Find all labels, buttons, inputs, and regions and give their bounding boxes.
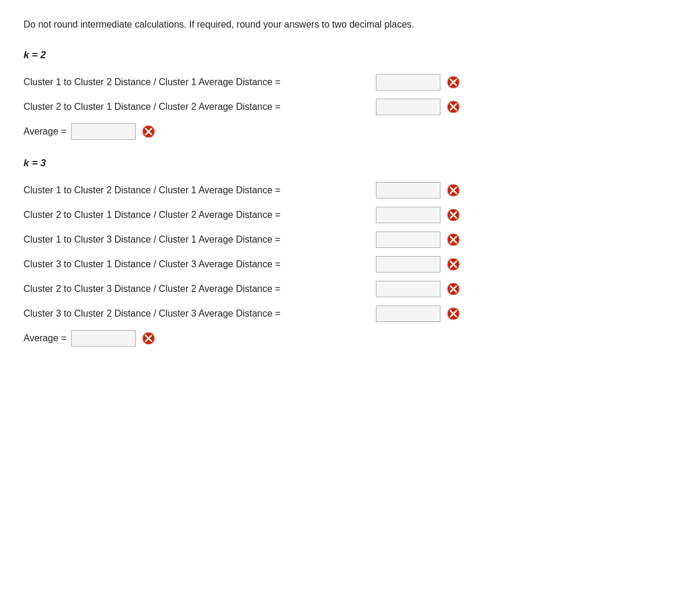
k3-clear-icon-3 — [446, 233, 460, 247]
k3-average-label: Average = — [23, 333, 66, 344]
k3-row-label-2: Cluster 2 to Cluster 1 Distance / Cluste… — [23, 210, 376, 220]
k3-clear-button-2[interactable] — [445, 207, 462, 223]
k3-row-3: Cluster 1 to Cluster 3 Distance / Cluste… — [23, 231, 677, 248]
k2-average-row: Average = — [23, 123, 677, 140]
k3-title: k = 3 — [23, 157, 677, 169]
k3-row-5: Cluster 2 to Cluster 3 Distance / Cluste… — [23, 281, 677, 297]
k3-row-2: Cluster 2 to Cluster 1 Distance / Cluste… — [23, 207, 677, 223]
k2-average-label: Average = — [23, 126, 66, 137]
k3-average-clear-button[interactable] — [140, 330, 157, 347]
k2-clear-icon-1 — [446, 75, 460, 89]
k2-clear-button-1[interactable] — [445, 74, 462, 90]
k3-input-2[interactable] — [376, 207, 440, 223]
k3-clear-button-5[interactable] — [445, 281, 462, 297]
k3-input-5[interactable] — [376, 281, 440, 297]
k3-average-row: Average = — [23, 330, 677, 347]
k3-row-label-6: Cluster 3 to Cluster 2 Distance / Cluste… — [23, 308, 376, 319]
k2-clear-icon-2 — [446, 100, 460, 114]
k2-rows: Cluster 1 to Cluster 2 Distance / Cluste… — [23, 74, 677, 115]
k3-input-4[interactable] — [376, 256, 440, 273]
k3-average-input[interactable] — [71, 330, 136, 347]
k3-input-3[interactable] — [376, 231, 440, 248]
k3-clear-icon-5 — [446, 282, 460, 296]
k3-row-label-5: Cluster 2 to Cluster 3 Distance / Cluste… — [23, 284, 376, 294]
k2-row-label-1: Cluster 1 to Cluster 2 Distance / Cluste… — [23, 77, 376, 88]
k3-clear-icon-6 — [446, 307, 460, 321]
k3-row-label-3: Cluster 1 to Cluster 3 Distance / Cluste… — [23, 234, 376, 245]
k3-input-6[interactable] — [376, 305, 440, 322]
k3-row-label-4: Cluster 3 to Cluster 1 Distance / Cluste… — [23, 259, 376, 270]
k2-input-1[interactable] — [376, 74, 440, 90]
k3-rows: Cluster 1 to Cluster 2 Distance / Cluste… — [23, 182, 677, 322]
k3-clear-icon-4 — [446, 257, 460, 271]
k2-row-1: Cluster 1 to Cluster 2 Distance / Cluste… — [23, 74, 677, 90]
k3-clear-icon-1 — [446, 183, 460, 197]
k3-section: k = 3 Cluster 1 to Cluster 2 Distance / … — [23, 157, 677, 347]
k3-clear-button-4[interactable] — [445, 256, 462, 273]
k3-clear-button-1[interactable] — [445, 182, 462, 199]
k3-clear-button-3[interactable] — [445, 231, 462, 248]
k2-average-clear-button[interactable] — [140, 123, 157, 140]
k2-average-input[interactable] — [71, 123, 136, 140]
k3-row-6: Cluster 3 to Cluster 2 Distance / Cluste… — [23, 305, 677, 322]
k2-input-2[interactable] — [376, 99, 440, 115]
k2-title: k = 2 — [23, 49, 677, 61]
k2-row-label-2: Cluster 2 to Cluster 1 Distance / Cluste… — [23, 102, 376, 112]
k3-row-4: Cluster 3 to Cluster 1 Distance / Cluste… — [23, 256, 677, 273]
k3-clear-button-6[interactable] — [445, 305, 462, 322]
instruction-text: Do not round intermediate calculations. … — [23, 18, 677, 32]
k3-row-label-1: Cluster 1 to Cluster 2 Distance / Cluste… — [23, 185, 376, 196]
k3-average-clear-icon — [142, 331, 156, 345]
k3-row-1: Cluster 1 to Cluster 2 Distance / Cluste… — [23, 182, 677, 199]
k2-row-2: Cluster 2 to Cluster 1 Distance / Cluste… — [23, 99, 677, 115]
k2-average-clear-icon — [142, 125, 156, 139]
k2-clear-button-2[interactable] — [445, 99, 462, 115]
k3-input-1[interactable] — [376, 182, 440, 199]
k3-clear-icon-2 — [446, 208, 460, 222]
k2-section: k = 2 Cluster 1 to Cluster 2 Distance / … — [23, 49, 677, 140]
